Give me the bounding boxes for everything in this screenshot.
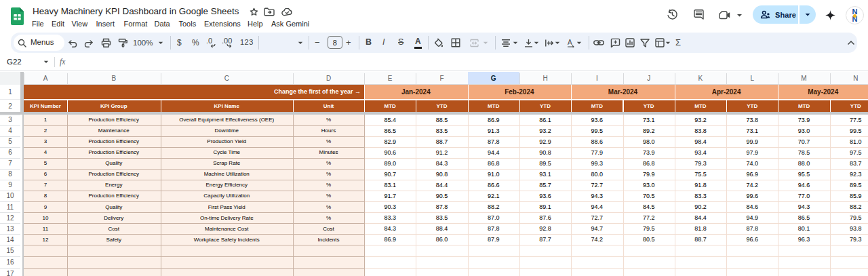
svg-text:A: A: [568, 39, 572, 46]
